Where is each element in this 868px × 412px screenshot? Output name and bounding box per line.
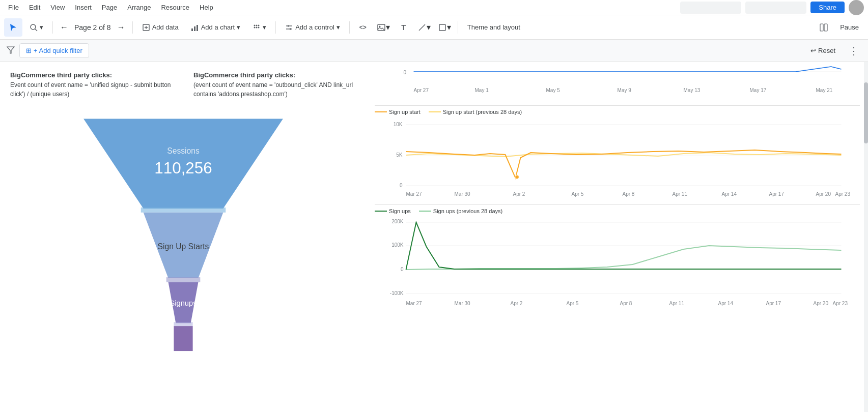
separator-2 — [132, 21, 133, 34]
svg-text:10K: 10K — [394, 122, 403, 127]
svg-point-10 — [258, 24, 260, 26]
pause-label: Pause — [840, 23, 859, 31]
left-panel: BigCommerce third party clicks: Event co… — [0, 62, 367, 412]
legend-signups: Sign ups — [375, 208, 411, 214]
legend-label-signups: Sign ups — [389, 208, 411, 214]
scrollbar-thumb[interactable] — [864, 82, 868, 143]
zoom-button[interactable]: ▾ — [24, 20, 48, 35]
svg-text:0: 0 — [401, 267, 404, 272]
svg-text:May 9: May 9 — [618, 87, 632, 93]
pause-button[interactable]: Pause — [835, 20, 864, 34]
svg-rect-28 — [166, 277, 201, 282]
bc-body-2: (event count of event name = 'outbound_c… — [193, 81, 353, 98]
menu-arrange[interactable]: Arrange — [123, 2, 155, 13]
add-chart-button[interactable]: Add a chart ▾ — [186, 20, 246, 35]
share-button[interactable]: Share — [810, 2, 845, 13]
next-page-button[interactable]: → — [114, 20, 128, 35]
legend-line-orange — [375, 111, 387, 112]
menu-edit[interactable]: Edit — [25, 2, 44, 13]
svg-point-11 — [254, 26, 256, 28]
svg-point-13 — [258, 26, 260, 28]
signups-legend: Sign ups Sign ups (previous 28 days) — [375, 208, 860, 214]
svg-text:May 13: May 13 — [684, 87, 701, 93]
add-control-label: Add a control — [295, 23, 334, 31]
menu-file[interactable]: File — [4, 2, 23, 13]
svg-rect-26 — [141, 207, 226, 212]
menu-page[interactable]: Page — [98, 2, 121, 13]
menu-help[interactable]: Help — [195, 2, 217, 13]
reset-button[interactable]: ↩ Reset — [804, 44, 842, 57]
scrollbar[interactable] — [864, 62, 868, 412]
svg-text:Apr 5: Apr 5 — [567, 301, 579, 306]
svg-text:May 21: May 21 — [816, 87, 833, 93]
top-partial-chart: 0 Apr 27 May 1 May 5 May 9 May 13 May 17… — [375, 62, 860, 101]
svg-rect-31 — [174, 326, 192, 351]
more-options-button[interactable]: ⋮ — [846, 43, 862, 59]
svg-text:Apr 8: Apr 8 — [623, 191, 635, 197]
signups-chart-section: Sign ups Sign ups (previous 28 days) 200… — [375, 204, 860, 312]
line-button[interactable]: ▾ — [415, 18, 433, 37]
menu-resource[interactable]: Resource — [157, 2, 193, 13]
menu-insert[interactable]: Insert — [71, 2, 96, 13]
bc-title-2: BigCommerce third party clicks: — [193, 71, 295, 79]
shape-button[interactable]: ▾ — [435, 18, 454, 37]
svg-text:Apr 14: Apr 14 — [718, 301, 734, 306]
bc-text-blocks: BigCommerce third party clicks: Event co… — [10, 70, 356, 99]
svg-rect-5 — [191, 28, 193, 31]
prev-page-button[interactable]: ← — [57, 20, 71, 35]
code-button[interactable]: <> — [354, 18, 372, 37]
legend-sign-up-start-prev: Sign up start (previous 28 days) — [429, 109, 522, 115]
svg-line-20 — [419, 24, 425, 31]
svg-text:May 5: May 5 — [546, 87, 561, 93]
select-tool-button[interactable] — [4, 18, 22, 37]
svg-point-8 — [254, 24, 256, 26]
bc-title-1: BigCommerce third party clicks: — [10, 71, 112, 79]
svg-text:5K: 5K — [396, 152, 403, 158]
legend-line-light-green — [419, 211, 431, 212]
svg-text:0: 0 — [400, 183, 403, 188]
menu-view[interactable]: View — [46, 2, 69, 13]
svg-rect-7 — [197, 25, 198, 31]
reset-arrow-icon: ↩ — [810, 47, 816, 54]
add-data-label: Add data — [152, 23, 179, 31]
svg-text:200K: 200K — [391, 219, 404, 224]
svg-text:Apr 23: Apr 23 — [833, 301, 848, 306]
funnel-chart: Sessions 110,256 Sign Up Starts Signups — [10, 109, 356, 353]
filter-bar: ⊞ + Add quick filter ↩ Reset ⋮ — [0, 40, 868, 62]
share-input[interactable] — [745, 2, 806, 14]
add-widget-button[interactable]: ▾ — [247, 20, 271, 35]
search-box[interactable] — [680, 2, 741, 14]
svg-rect-23 — [824, 24, 827, 31]
zoom-chevron: ▾ — [40, 23, 43, 31]
add-data-button[interactable]: Add data — [137, 20, 184, 35]
bc-text-block-2: BigCommerce third party clicks: (event c… — [193, 70, 356, 99]
svg-rect-30 — [174, 322, 192, 326]
theme-layout-label: Theme and layout — [467, 23, 520, 31]
add-filter-icon: ⊞ — [26, 47, 32, 54]
top-chart-svg: 0 Apr 27 May 1 May 5 May 9 May 13 May 17… — [375, 64, 860, 97]
sign-up-chart-section: Sign up start Sign up start (previous 28… — [375, 105, 860, 200]
svg-text:Mar 30: Mar 30 — [455, 191, 471, 197]
add-control-button[interactable]: Add a control ▾ — [280, 20, 345, 35]
avatar[interactable] — [849, 0, 864, 15]
theme-layout-button[interactable]: Theme and layout — [462, 20, 525, 34]
svg-text:Apr 2: Apr 2 — [513, 191, 525, 197]
text-button[interactable]: T — [395, 18, 413, 37]
svg-text:Apr 20: Apr 20 — [814, 301, 829, 306]
add-quick-filter-button[interactable]: ⊞ + Add quick filter — [19, 43, 89, 58]
sign-up-starts-label: Sign Up Starts — [158, 242, 209, 251]
svg-text:Apr 17: Apr 17 — [766, 301, 781, 306]
menu-bar: File Edit View Insert Page Arrange Resou… — [0, 0, 868, 15]
legend-label-sign-up-prev: Sign up start (previous 28 days) — [443, 109, 522, 115]
svg-text:Apr 17: Apr 17 — [769, 191, 785, 197]
panel-toggle-button[interactable] — [815, 18, 833, 37]
image-button[interactable]: ▾ — [374, 18, 393, 37]
svg-text:Apr 11: Apr 11 — [673, 191, 688, 197]
svg-text:-100K: -100K — [390, 290, 404, 296]
svg-text:Apr 5: Apr 5 — [572, 191, 584, 197]
toolbar: ▾ ← Page 2 of 8 → Add data Add a chart ▾… — [0, 15, 868, 40]
svg-text:Apr 20: Apr 20 — [816, 191, 831, 197]
bc-body-1: Event count of event name = 'unified sig… — [10, 81, 171, 98]
svg-text:May 17: May 17 — [750, 87, 767, 93]
svg-text:Apr 23: Apr 23 — [835, 191, 851, 197]
